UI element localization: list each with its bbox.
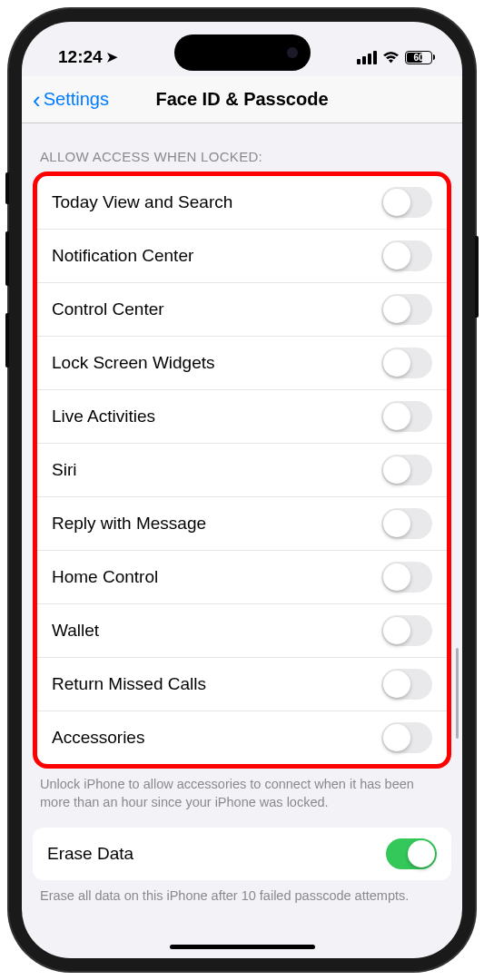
home-indicator[interactable] [170, 945, 315, 949]
setting-toggle[interactable] [381, 669, 432, 700]
setting-label: Siri [52, 460, 76, 480]
screen: 12:24 ➤ 60 ‹ Settings [22, 22, 462, 958]
setting-label: Accessories [52, 728, 144, 748]
setting-row: Return Missed Calls [37, 658, 447, 711]
setting-label: Live Activities [52, 407, 155, 426]
section-footer-accessories: Unlock iPhone to allow accessories to co… [22, 769, 462, 828]
erase-data-row: Erase Data [33, 828, 451, 880]
erase-data-group: Erase Data [33, 828, 451, 880]
setting-row: Siri [37, 444, 447, 497]
setting-label: Return Missed Calls [52, 674, 206, 694]
cellular-icon [357, 51, 377, 64]
setting-row: Home Control [37, 551, 447, 604]
setting-label: Today View and Search [52, 192, 232, 212]
setting-row: Reply with Message [37, 497, 447, 551]
setting-row: Control Center [37, 283, 447, 337]
setting-toggle[interactable] [381, 615, 432, 646]
back-button[interactable]: ‹ Settings [33, 88, 109, 112]
setting-toggle[interactable] [381, 508, 432, 539]
wifi-icon [382, 51, 400, 64]
nav-bar: ‹ Settings Face ID & Passcode [22, 76, 462, 123]
setting-toggle[interactable] [381, 455, 432, 485]
content-scroll[interactable]: ALLOW ACCESS WHEN LOCKED: Today View and… [22, 123, 462, 958]
setting-toggle[interactable] [381, 294, 432, 325]
dynamic-island [174, 34, 311, 71]
phone-frame: 12:24 ➤ 60 ‹ Settings [9, 9, 475, 971]
section-footer-erase: Erase all data on this iPhone after 10 f… [22, 880, 462, 922]
setting-toggle[interactable] [381, 562, 432, 593]
setting-label: Home Control [52, 567, 158, 587]
setting-row: Today View and Search [37, 176, 447, 230]
setting-row: Lock Screen Widgets [37, 337, 447, 390]
setting-toggle[interactable] [381, 348, 432, 378]
setting-row: Live Activities [37, 390, 447, 444]
setting-label: Wallet [52, 621, 99, 641]
page-title: Face ID & Passcode [155, 89, 328, 110]
chevron-left-icon: ‹ [33, 88, 41, 112]
erase-data-label: Erase Data [47, 844, 133, 864]
setting-toggle[interactable] [381, 401, 432, 432]
setting-label: Notification Center [52, 246, 193, 266]
setting-row: Wallet [37, 604, 447, 658]
setting-label: Lock Screen Widgets [52, 353, 215, 373]
back-label: Settings [44, 89, 109, 110]
setting-toggle[interactable] [381, 187, 432, 218]
setting-label: Reply with Message [52, 514, 206, 534]
setting-label: Control Center [52, 299, 164, 319]
setting-toggle[interactable] [381, 240, 432, 271]
setting-row: Accessories [37, 711, 447, 764]
erase-data-toggle[interactable] [386, 838, 437, 869]
battery-icon: 60 [405, 51, 435, 64]
allow-access-group: Today View and SearchNotification Center… [33, 172, 451, 769]
section-header-allow-access: ALLOW ACCESS WHEN LOCKED: [22, 123, 462, 172]
location-icon: ➤ [106, 49, 118, 65]
scrollbar[interactable] [456, 648, 459, 739]
setting-row: Notification Center [37, 230, 447, 283]
status-time: 12:24 [58, 47, 103, 67]
setting-toggle[interactable] [381, 722, 432, 753]
